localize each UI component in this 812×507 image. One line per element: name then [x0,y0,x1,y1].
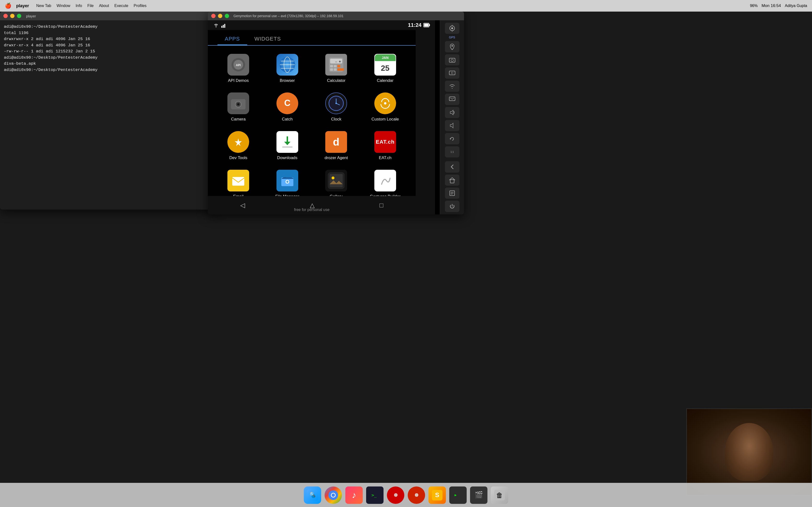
svg-text:🎬: 🎬 [475,491,483,499]
dock-chrome[interactable] [324,487,342,504]
app-item-catch[interactable]: C Catch [264,89,311,125]
terminal-line-7: diva-beta.apk [4,61,214,67]
svg-rect-2 [224,24,225,28]
app-item-eat[interactable]: EAT.ch EAT.ch [362,128,409,164]
genymotion-minimize[interactable] [218,14,222,18]
genymotion-title: Genymotion for personal use – avd (720x1… [234,14,343,18]
sidebar-volume-up[interactable] [445,107,459,118]
app-item-gallery[interactable]: Gallery [313,166,360,196]
svg-marker-85 [450,110,453,115]
sidebar-power[interactable] [445,201,459,212]
svg-text:🔍: 🔍 [310,492,316,497]
dock-iterm[interactable]: >_ [366,487,384,504]
app-item-browser[interactable]: Browser [264,50,311,87]
sidebar-home[interactable] [445,175,459,186]
app-item-dev-tools[interactable]: Dev Tools [215,128,262,164]
app-item-drozer[interactable]: d drozer Agent [313,128,360,164]
close-button[interactable] [3,14,8,18]
signal-icon [221,22,226,28]
genymotion-maximize[interactable] [225,14,229,18]
svg-point-35 [384,102,387,105]
app-item-calculator[interactable]: + – Calculator [313,50,360,87]
app-grid: API API Demos [208,46,416,196]
dock-vidcam[interactable]: 🎬 [470,487,488,504]
battery-indicator: 96% [750,4,758,8]
svg-text:d: d [333,136,340,148]
apple-menu[interactable]: 🍎 [5,3,11,9]
sidebar-id[interactable]: ID [445,67,459,78]
svg-text:S: S [435,491,439,499]
genymotion-close[interactable] [211,14,215,18]
app-label-calculator: Calculator [327,78,346,83]
dock-terminal[interactable]: ▶ [449,487,467,504]
app-item-downloads[interactable]: Downloads [264,128,311,164]
app-icon-file-manager [276,170,298,191]
sidebar-recent[interactable] [445,187,459,199]
app-label-camera: Camera [231,117,246,122]
battery-icon [423,22,430,28]
app-item-clock[interactable]: Clock [313,89,360,125]
terminal-body[interactable]: adi@adi0x90:~/Desktop/PentesterAcademy t… [0,20,217,76]
app-icon-custom-locale [374,93,396,114]
svg-rect-22 [334,68,337,71]
svg-rect-23 [337,68,344,71]
sidebar-location[interactable] [445,41,459,52]
svg-rect-84 [449,97,455,101]
app-icon-gestures [374,170,396,191]
app-item-camera[interactable]: Camera [215,89,262,125]
tab-apps[interactable]: APPS [217,33,247,45]
dock-sketch[interactable]: S [428,487,446,504]
menu-execute[interactable]: Execute [114,4,128,8]
svg-rect-89 [450,180,454,183]
app-icon-email [227,170,249,191]
dock-finder[interactable]: 🔍 [304,487,321,504]
sidebar-volume-down[interactable] [445,120,459,131]
app-item-api-demos[interactable]: API API Demos [215,50,262,87]
sidebar-message[interactable] [445,94,459,105]
terminal-titlebar: player [0,12,217,20]
dock-trash[interactable]: 🗑 [491,487,508,504]
menu-profiles[interactable]: Profiles [134,4,146,8]
sidebar-back[interactable] [445,161,459,172]
svg-point-33 [336,103,337,104]
menu-window[interactable]: Window [57,4,70,8]
svg-point-100 [332,494,335,497]
app-label-api-demos: API Demos [228,78,249,83]
menu-about[interactable]: About [99,4,109,8]
genymotion-sidebar: GPS ID 1:1 [440,20,464,214]
sidebar-scale[interactable]: 1:1 [445,146,459,157]
svg-text:⊗: ⊗ [414,492,418,498]
app-label-gestures: Gestures Builder [370,194,400,196]
minimize-button[interactable] [10,14,14,18]
app-name[interactable]: player [16,3,29,8]
dock-oo2[interactable]: ⊗ [408,487,425,504]
svg-rect-1 [223,25,224,28]
sidebar-wifi[interactable] [445,80,459,92]
app-item-calendar[interactable]: JAN 25 Calendar [362,50,409,87]
sidebar-gps[interactable] [445,23,459,34]
app-item-email[interactable]: Email [215,166,262,196]
svg-rect-20 [337,65,340,67]
sidebar-camera[interactable] [445,54,459,65]
terminal-title: player [26,14,36,18]
webcam-face [687,409,812,495]
maximize-button[interactable] [17,14,21,18]
menubar-user: Aditya Gupta [785,4,807,8]
app-item-custom-locale[interactable]: Custom Locale [362,89,409,125]
menu-file[interactable]: File [88,4,94,8]
menu-info[interactable]: Info [75,4,82,8]
app-label-catch: Catch [282,117,293,122]
sidebar-rotate[interactable] [445,133,459,144]
tab-widgets[interactable]: WIDGETS [247,33,288,45]
statusbar-right: 11:24 [408,22,430,28]
dock-oo1[interactable]: ⊗ [387,487,404,504]
statusbar-left [213,22,226,28]
terminal-line-2: total 1196 [4,30,214,36]
svg-point-50 [332,176,335,179]
svg-rect-18 [330,65,333,67]
svg-text:C: C [284,98,291,108]
menu-new-tab[interactable]: New Tab [36,4,51,8]
dock-music[interactable]: ♪ [345,487,363,504]
app-item-gestures[interactable]: Gestures Builder [362,166,409,196]
app-item-file-manager[interactable]: File Manager [264,166,311,196]
